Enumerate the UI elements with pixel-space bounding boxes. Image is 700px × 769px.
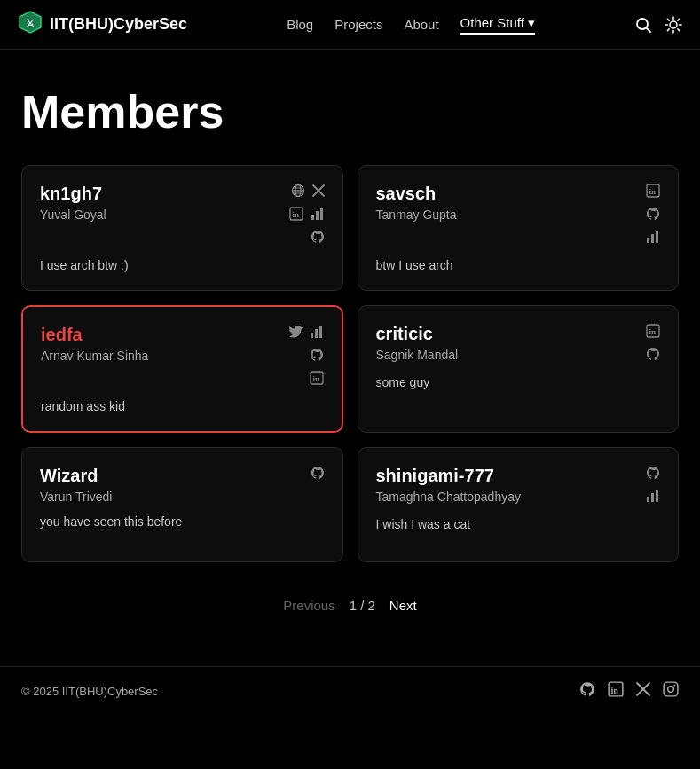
svg-point-42	[673, 685, 675, 687]
chart-icon[interactable]	[310, 325, 324, 342]
svg-text:in: in	[292, 210, 299, 219]
footer-github-icon[interactable]	[579, 681, 595, 701]
card-icons: in	[646, 184, 660, 247]
linkedin-icon[interactable]: in	[310, 371, 324, 388]
member-username[interactable]: kn1gh7	[40, 184, 106, 204]
card-top: savsch Tanmay Gupta in	[376, 184, 661, 247]
svg-point-41	[668, 687, 674, 693]
svg-point-4	[670, 21, 677, 28]
svg-line-10	[678, 28, 680, 30]
member-info: Wizard Varun Trivedi	[40, 466, 112, 504]
next-button[interactable]: Next	[389, 598, 417, 613]
svg-rect-35	[647, 497, 649, 502]
svg-line-12	[667, 28, 669, 30]
member-bio: I use arch btw :)	[40, 258, 325, 272]
member-card-criticic: criticic Sagnik Mandal in	[358, 305, 680, 433]
linkedin-icon[interactable]: in	[646, 324, 660, 341]
icon-row-1	[311, 466, 325, 483]
logo-text: IIT(BHU)CyberSec	[50, 15, 187, 34]
x-icon[interactable]	[312, 184, 325, 200]
member-bio: some guy	[376, 375, 661, 389]
card-icons: in	[646, 324, 660, 365]
search-button[interactable]	[634, 16, 652, 34]
github-icon[interactable]	[311, 466, 325, 483]
site-logo[interactable]: ⚔ IIT(BHU)CyberSec	[18, 10, 187, 39]
github-icon[interactable]	[646, 466, 660, 483]
main-content: Members kn1gh7 Yuval Goyal	[0, 50, 700, 648]
card-top: Wizard Varun Trivedi	[40, 466, 325, 504]
site-footer: © 2025 IIT(BHU)CyberSec in	[0, 666, 700, 715]
icon-row-1	[288, 325, 324, 342]
svg-rect-28	[311, 333, 313, 338]
nav-blog[interactable]: Blog	[287, 17, 313, 32]
nav-about[interactable]: About	[404, 17, 438, 32]
member-username[interactable]: shinigami-777	[376, 466, 521, 486]
footer-x-icon[interactable]	[636, 682, 650, 700]
svg-text:in: in	[649, 187, 657, 196]
header-actions	[634, 16, 682, 34]
member-info: savsch Tanmay Gupta	[376, 184, 457, 222]
chart-icon[interactable]	[311, 207, 325, 224]
member-username-iedfa[interactable]: iedfa	[41, 325, 83, 344]
github-icon[interactable]	[311, 230, 325, 247]
footer-instagram-icon[interactable]	[663, 681, 679, 701]
github-icon[interactable]	[646, 347, 660, 365]
linkedin-icon[interactable]: in	[646, 184, 660, 201]
member-card-kn1gh7: kn1gh7 Yuval Goyal	[21, 165, 343, 291]
member-username[interactable]: savsch	[376, 184, 457, 204]
twitter-icon[interactable]	[288, 325, 303, 342]
members-grid: kn1gh7 Yuval Goyal	[21, 165, 679, 562]
footer-copyright: © 2025 IIT(BHU)CyberSec	[21, 685, 158, 698]
site-header: ⚔ IIT(BHU)CyberSec Blog Projects About O…	[0, 0, 700, 50]
card-top: shinigami-777 Tamaghna Chattopadhyay	[376, 466, 661, 506]
member-realname: Tamaghna Chattopadhyay	[376, 490, 521, 504]
svg-rect-36	[651, 493, 654, 502]
member-bio: random ass kid	[41, 399, 324, 413]
member-card-shinigami: shinigami-777 Tamaghna Chattopadhyay	[358, 447, 680, 562]
icon-row-2	[646, 347, 660, 365]
nav-projects[interactable]: Projects	[334, 17, 382, 32]
pagination: Previous 1 / 2 Next	[21, 598, 679, 613]
globe-icon[interactable]	[291, 184, 305, 201]
card-top: kn1gh7 Yuval Goyal	[40, 184, 325, 247]
card-icons: in	[288, 325, 324, 388]
footer-linkedin-icon[interactable]: in	[608, 681, 624, 701]
page-info: 1 / 2	[350, 598, 375, 613]
svg-text:in: in	[610, 686, 618, 695]
svg-line-9	[667, 19, 669, 20]
icon-row-1	[291, 184, 325, 201]
svg-rect-25	[647, 238, 649, 243]
svg-rect-37	[656, 490, 658, 502]
card-icons	[646, 466, 660, 506]
svg-rect-27	[656, 231, 658, 243]
svg-rect-30	[319, 326, 322, 338]
member-card-savsch: savsch Tanmay Gupta in	[358, 165, 680, 291]
previous-button: Previous	[283, 598, 334, 613]
svg-text:in: in	[649, 327, 657, 336]
member-bio: I wish I was a cat	[376, 517, 661, 531]
svg-rect-29	[315, 329, 318, 338]
member-realname: Varun Trivedi	[40, 490, 112, 504]
theme-toggle-button[interactable]	[665, 16, 682, 34]
linkedin-icon[interactable]: in	[289, 207, 303, 224]
member-info: iedfa Arnav Kumar Sinha	[41, 325, 148, 363]
icon-row-3: in	[310, 371, 324, 388]
svg-text:⚔: ⚔	[26, 18, 35, 28]
svg-rect-40	[664, 682, 678, 696]
github-icon[interactable]	[310, 348, 324, 365]
svg-rect-21	[316, 211, 319, 220]
member-username[interactable]: Wizard	[40, 466, 112, 486]
icon-row-3	[311, 230, 325, 247]
svg-rect-22	[320, 208, 323, 220]
svg-line-3	[647, 27, 651, 32]
chart-icon[interactable]	[646, 489, 660, 506]
nav-other-stuff[interactable]: Other Stuff	[460, 15, 535, 35]
page-title: Members	[21, 85, 679, 138]
card-icons	[311, 466, 325, 483]
chart-icon[interactable]	[646, 230, 660, 247]
member-username[interactable]: criticic	[376, 324, 459, 344]
icon-row-1: in	[646, 184, 660, 201]
member-bio: btw I use arch	[376, 258, 661, 272]
member-realname: Sagnik Mandal	[376, 348, 459, 362]
github-icon[interactable]	[646, 207, 660, 224]
